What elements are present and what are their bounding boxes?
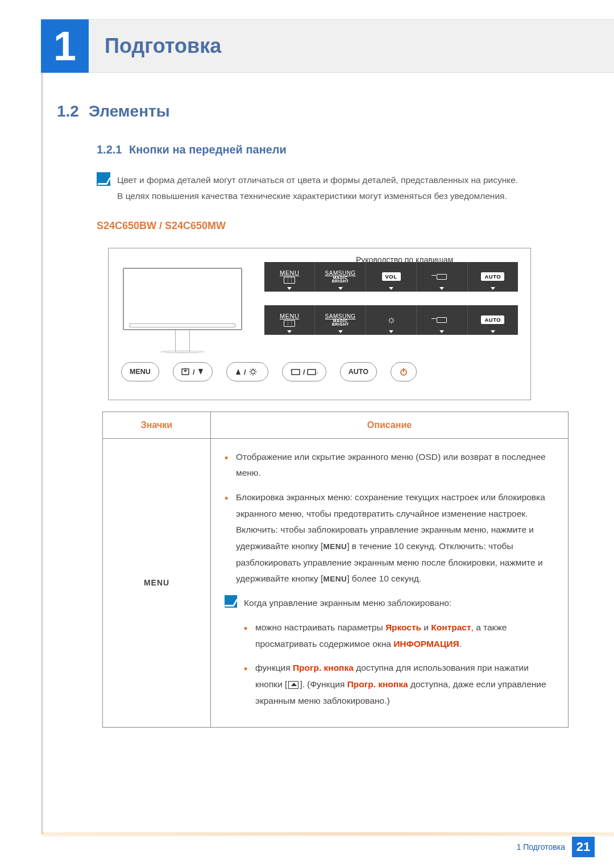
dropdown-arrow-icon	[439, 330, 444, 333]
dropdown-arrow-icon	[338, 330, 343, 333]
osd-label: MENU	[280, 269, 299, 276]
description-table: Значки Описание MENU Отображение или скр…	[102, 412, 569, 728]
text-fragment: ] более 10 секунд.	[347, 574, 421, 583]
dropdown-arrow-icon	[287, 287, 292, 290]
source-icon	[437, 274, 447, 280]
inline-note-body: Когда управление экранным меню заблокиро…	[244, 595, 554, 717]
svg-text:/: /	[244, 368, 246, 376]
note-text: Цвет и форма деталей могут отличаться от…	[117, 172, 518, 204]
sub-bullet-item: функция Прогр. кнопка доступна для испол…	[244, 660, 554, 709]
row-icon-cell: MENU	[103, 438, 211, 727]
footer-divider	[41, 832, 614, 836]
osd-sub: BRIGHT	[332, 323, 349, 326]
osd-bar-1: MENU SAMSUNG MAGIC BRIGHT VOL	[264, 262, 518, 292]
osd-cell-menu: MENU	[264, 262, 314, 292]
auto-button: AUTO	[340, 362, 377, 381]
monitor-base	[160, 351, 205, 353]
keyword: Контраст	[431, 622, 471, 632]
chapter-header: 1 Подготовка	[41, 19, 614, 73]
text-fragment: можно настраивать параметры	[255, 622, 385, 632]
diagram-top-row: MENU SAMSUNG MAGIC BRIGHT VOL	[121, 260, 518, 353]
note-icon	[97, 172, 110, 186]
menu-button: MENU	[121, 362, 159, 381]
subsection-title: Кнопки на передней панели	[129, 143, 287, 156]
monitor-screen	[123, 268, 242, 330]
model-heading: S24C650BW / S24C650MW	[97, 220, 574, 232]
brightness-icon	[387, 315, 396, 325]
monitor-button-strip	[130, 323, 235, 327]
dropdown-arrow-icon	[491, 287, 495, 290]
inline-note: Когда управление экранным меню заблокиро…	[225, 595, 554, 717]
menu-keyword: MENU	[323, 575, 347, 583]
svg-point-3	[251, 369, 255, 373]
monitor-stand	[175, 330, 190, 352]
osd-cell-auto: AUTO	[467, 305, 518, 335]
left-gutter-rule	[41, 73, 43, 834]
svg-rect-12	[292, 369, 300, 375]
button-row: MENU / / / AUTO	[121, 362, 518, 381]
table-row: MENU Отображение или скрытие экранного м…	[103, 438, 569, 727]
power-button	[391, 362, 417, 381]
sub-bullet-item: можно настраивать параметры Яркость и Ко…	[244, 620, 554, 652]
note-lead: Когда управление экранным меню заблокиро…	[244, 595, 554, 612]
dropdown-arrow-icon	[491, 330, 495, 333]
osd-label: MENU	[280, 313, 299, 319]
note-line: Цвет и форма деталей могут отличаться от…	[117, 172, 518, 188]
page-content: 1.2 Элементы 1.2.1 Кнопки на передней па…	[57, 102, 574, 728]
osd-cell-source	[416, 262, 467, 292]
text-fragment: .	[459, 639, 462, 649]
osd-cell-vol: VOL	[366, 262, 416, 292]
osd-button-label: AUTO	[481, 315, 504, 324]
note-line: В целях повышения качества технические х…	[117, 188, 518, 204]
source-button: /	[282, 362, 326, 381]
osd-cell-source	[416, 305, 467, 335]
svg-line-9	[255, 373, 256, 375]
footer-chapter-label: 1 Подготовка	[517, 842, 565, 852]
section-heading: 1.2 Элементы	[57, 102, 574, 121]
osd-cell-menu: MENU	[264, 305, 314, 335]
custom-up-icon	[288, 681, 298, 689]
text-fragment: и	[421, 622, 431, 632]
svg-rect-15	[308, 369, 316, 375]
table-header-description: Описание	[211, 412, 569, 438]
keyword: Яркость	[385, 622, 421, 632]
osd-bar-2: MENU SAMSUNG MAGIC BRIGHT	[264, 305, 518, 335]
osd-bars: MENU SAMSUNG MAGIC BRIGHT VOL	[264, 260, 518, 348]
bullet-item: Отображение или скрытие экранного меню (…	[225, 449, 554, 481]
osd-button-label: AUTO	[481, 272, 504, 281]
svg-line-11	[255, 369, 256, 370]
up-bright-button: /	[226, 362, 268, 381]
osd-sub: BRIGHT	[332, 280, 349, 283]
svg-line-8	[250, 369, 251, 370]
dropdown-arrow-icon	[338, 287, 343, 290]
section-number: 1.2	[57, 102, 89, 121]
menu-keyword: MENU	[323, 542, 347, 551]
osd-button-label: VOL	[382, 272, 401, 281]
page-footer: 1 Подготовка 21	[41, 836, 614, 857]
note-icon	[225, 595, 237, 608]
text-fragment: ]. (Функция	[300, 679, 347, 689]
chapter-number-badge: 1	[41, 19, 89, 73]
svg-text:/: /	[303, 368, 305, 376]
note-block: Цвет и форма деталей могут отличаться от…	[97, 172, 574, 204]
row-description-cell: Отображение или скрытие экранного меню (…	[211, 438, 569, 727]
front-buttons-diagram: Руководство по клавишам MENU	[108, 248, 531, 400]
monitor-illustration	[121, 268, 244, 353]
source-icon	[437, 317, 447, 323]
dropdown-arrow-icon	[287, 330, 292, 333]
footer-page-number: 21	[572, 837, 595, 857]
keyword: Прогр. кнопка	[293, 663, 354, 672]
text-fragment: функция	[255, 663, 293, 672]
dropdown-arrow-icon	[439, 287, 444, 290]
bullet-item: Блокировка экранных меню: сохранение тек…	[225, 489, 554, 587]
osd-cell-auto: AUTO	[467, 262, 518, 292]
table-header-icons: Значки	[103, 412, 211, 438]
subsection-heading: 1.2.1 Кнопки на передней панели	[97, 143, 574, 156]
osd-cell-brightness	[366, 305, 416, 335]
dropdown-arrow-icon	[389, 330, 393, 333]
keyword: Прогр. кнопка	[347, 679, 408, 689]
keyword: ИНФОРМАЦИЯ	[393, 639, 459, 649]
osd-cell-magic-bright: SAMSUNG MAGIC BRIGHT	[314, 305, 365, 335]
dropdown-arrow-icon	[389, 287, 393, 290]
svg-line-10	[250, 373, 251, 375]
